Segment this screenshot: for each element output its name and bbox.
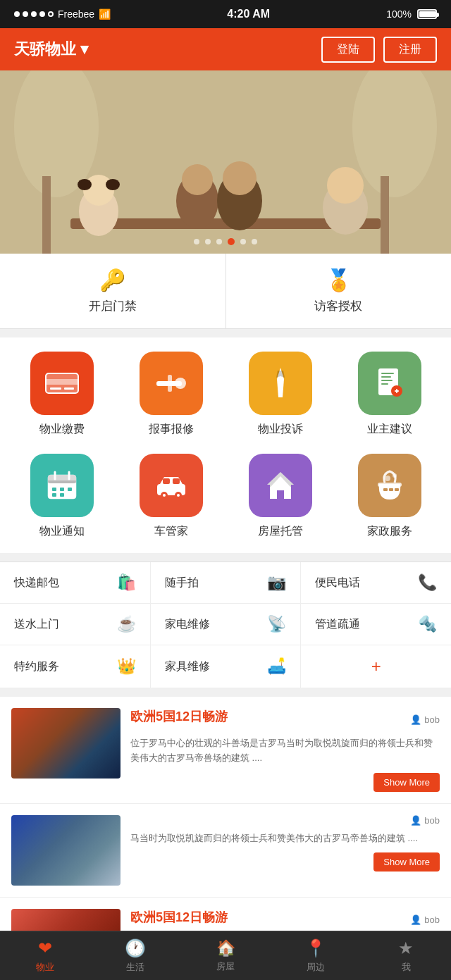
nav-property-label: 物业 xyxy=(36,961,54,974)
nav-property[interactable]: ❤ 物业 xyxy=(0,931,90,980)
more-service[interactable]: + xyxy=(301,645,451,688)
suggestion-icon xyxy=(358,352,421,415)
dot-5 xyxy=(252,239,257,244)
svg-rect-35 xyxy=(48,480,76,483)
svg-rect-4 xyxy=(381,176,389,254)
house-icon xyxy=(264,469,297,502)
phone-label: 便民电话 xyxy=(315,576,360,590)
dot4 xyxy=(39,11,45,17)
svg-rect-26 xyxy=(381,373,394,374)
appliance-label: 家电维修 xyxy=(165,617,210,632)
home-icon: 🏠 xyxy=(216,939,235,957)
medal-icon: 🏅 xyxy=(326,268,352,292)
dot5 xyxy=(48,11,54,17)
property-fee-item[interactable]: 物业缴费 xyxy=(16,352,108,437)
divider-2 xyxy=(0,553,451,562)
divider-3 xyxy=(0,688,451,697)
status-bar: Freebee 📶 4:20 AM 100% xyxy=(0,0,451,28)
svg-point-12 xyxy=(78,179,92,190)
user-icon-2: 👤 xyxy=(410,815,421,826)
svg-rect-22 xyxy=(168,375,172,392)
news-image-2 xyxy=(11,815,121,886)
phone-service[interactable]: 便民电话 📞 xyxy=(301,562,451,603)
water-icon: ☕ xyxy=(117,615,136,633)
tie-icon xyxy=(263,366,298,400)
news-author-2: 👤 bob xyxy=(410,815,440,826)
news-meta-3: 欧洲5国12日畅游 👤 bob xyxy=(130,909,440,931)
nav-life-label: 生活 xyxy=(126,961,144,974)
document-icon xyxy=(374,367,405,399)
furniture-service[interactable]: 家具维修 🛋️ xyxy=(151,645,302,688)
water-service[interactable]: 送水上门 ☕ xyxy=(0,604,151,645)
quick-visitor-auth[interactable]: 🏅 访客授权 xyxy=(226,254,452,328)
nav-house-label: 房屋 xyxy=(216,960,235,973)
special-service[interactable]: 特约服务 👑 xyxy=(0,645,151,688)
basket-icon xyxy=(373,469,406,502)
svg-rect-17 xyxy=(46,379,78,385)
house-item[interactable]: 房屋托管 xyxy=(235,454,326,539)
complaint-item[interactable]: 物业投诉 xyxy=(235,352,326,437)
housekeeping-label: 家政服务 xyxy=(367,524,412,539)
bottom-navigation: ❤ 物业 🕐 生活 🏠 房屋 📍 周边 ★ 我 xyxy=(0,931,451,980)
banner-pagination xyxy=(194,238,257,245)
icon-row-2: 物业通知 车管家 xyxy=(7,454,444,539)
svg-rect-53 xyxy=(378,483,402,487)
star-icon: ★ xyxy=(398,938,414,958)
svg-point-49 xyxy=(177,494,180,497)
repair-item[interactable]: 报事报修 xyxy=(125,352,217,437)
nav-house[interactable]: 🏠 房屋 xyxy=(180,931,271,980)
svg-rect-42 xyxy=(60,493,64,497)
svg-rect-54 xyxy=(383,488,388,491)
repair-label: 报事报修 xyxy=(149,422,194,437)
service-row-2: 送水上门 ☕ 家电维修 📡 管道疏通 🔩 xyxy=(0,604,451,645)
clock-icon: 🕐 xyxy=(125,938,146,958)
news-thumb-2 xyxy=(11,815,121,886)
appliance-icon: 📡 xyxy=(267,615,286,633)
hero-banner[interactable] xyxy=(0,70,451,254)
notice-label: 物业通知 xyxy=(39,524,85,539)
show-more-button-2[interactable]: Show More xyxy=(373,852,440,872)
news-excerpt-1: 位于罗马中心的壮观的斗兽场是古罗马当时为取悦凯旋而归的将领士兵和赞美伟大的古罗马… xyxy=(130,736,440,766)
notice-icon xyxy=(30,454,94,517)
appliance-service[interactable]: 家电维修 📡 xyxy=(151,604,302,645)
dot-2 xyxy=(216,239,222,244)
svg-point-48 xyxy=(163,494,166,497)
housekeeping-item[interactable]: 家政服务 xyxy=(344,454,435,539)
login-button[interactable]: 登陆 xyxy=(321,37,375,63)
parcel-service[interactable]: 快递邮包 🛍️ xyxy=(0,562,151,603)
news-item-2: 👤 bob 马当时为取悦凯旋而归的将领士兵和赞美伟大的古罗马帝兽场的建筑 ...… xyxy=(0,804,451,898)
photo-service[interactable]: 随手拍 📷 xyxy=(151,562,302,603)
pipe-icon: 🔩 xyxy=(418,615,437,633)
register-button[interactable]: 注册 xyxy=(383,37,437,63)
show-more-button-1[interactable]: Show More xyxy=(373,773,440,792)
svg-rect-28 xyxy=(381,380,393,381)
phone-icon: 📞 xyxy=(418,573,437,592)
nav-me[interactable]: ★ 我 xyxy=(361,931,451,980)
complaint-icon xyxy=(249,352,312,415)
svg-point-21 xyxy=(175,378,186,389)
car-icon xyxy=(153,471,190,500)
services-grid: 快递邮包 🛍️ 随手拍 📷 便民电话 📞 送水上门 ☕ 家电维修 📡 管道疏通 … xyxy=(0,562,451,688)
nav-nearby[interactable]: 📍 周边 xyxy=(271,931,361,980)
nav-life[interactable]: 🕐 生活 xyxy=(90,931,180,980)
car-item[interactable]: 车管家 xyxy=(125,454,217,539)
svg-rect-40 xyxy=(68,488,72,491)
furniture-label: 家具维修 xyxy=(165,659,210,674)
signal-dots xyxy=(14,11,54,17)
news-title-1: 欧洲5国12日畅游 xyxy=(130,708,228,725)
news-title-3: 欧洲5国12日畅游 xyxy=(130,909,228,926)
svg-rect-3 xyxy=(42,176,51,254)
quick-door-access[interactable]: 🔑 开启门禁 xyxy=(0,254,226,328)
notice-item[interactable]: 物业通知 xyxy=(16,454,108,539)
camera-icon: 📷 xyxy=(267,573,286,592)
house-label: 房屋托管 xyxy=(258,524,303,539)
housekeeping-icon-box xyxy=(358,454,421,517)
wrench-icon xyxy=(154,369,189,397)
svg-point-15 xyxy=(327,167,364,204)
svg-point-9 xyxy=(223,161,257,195)
pipe-service[interactable]: 管道疏通 🔩 xyxy=(301,604,451,645)
svg-point-57 xyxy=(385,476,390,481)
news-meta-2: 👤 bob xyxy=(130,815,440,826)
suggestion-item[interactable]: 业主建议 xyxy=(344,352,435,437)
news-content-2: 👤 bob 马当时为取悦凯旋而归的将领士兵和赞美伟大的古罗马帝兽场的建筑 ...… xyxy=(130,815,440,872)
